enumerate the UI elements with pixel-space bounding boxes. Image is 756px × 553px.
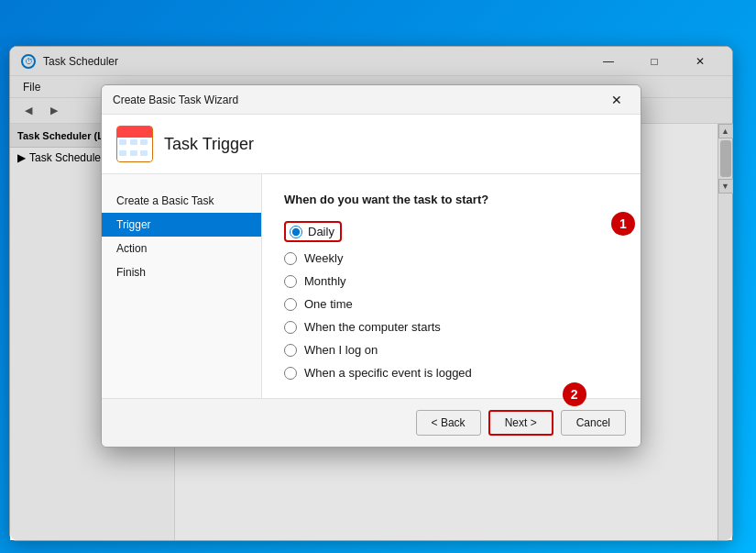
radio-item-daily[interactable]: Daily 1: [284, 221, 619, 242]
radio-onetime[interactable]: [284, 298, 297, 311]
outer-window: ⏱ Task Scheduler — □ ✕ File ◀ ▶ Task Sch…: [9, 46, 733, 541]
radio-daily[interactable]: [290, 226, 302, 238]
radio-label-logon: When I log on: [304, 343, 378, 357]
radio-group: Daily 1 Weekly Monthly: [284, 221, 619, 380]
radio-label-startup: When the computer starts: [304, 320, 441, 334]
cal-cell-3: [140, 139, 148, 145]
wizard-question: When do you want the task to start?: [284, 193, 619, 206]
radio-logon[interactable]: [284, 344, 297, 357]
radio-item-event[interactable]: When a specific event is logged: [284, 366, 619, 380]
cancel-button[interactable]: Cancel: [561, 410, 626, 436]
modal-header-icon: [116, 126, 153, 162]
cal-cell-2: [130, 139, 137, 145]
radio-label-weekly: Weekly: [304, 251, 343, 265]
wizard-nav-label-2: Action: [116, 242, 147, 255]
radio-label-monthly: Monthly: [304, 274, 346, 288]
modal-overlay: Create Basic Task Wizard ✕: [10, 47, 732, 540]
radio-label-event: When a specific event is logged: [304, 366, 472, 380]
wizard-nav: Create a Basic Task Trigger Action Finis…: [102, 174, 262, 398]
daily-highlight: Daily: [284, 221, 342, 242]
modal-title: Create Basic Task Wizard: [113, 94, 238, 106]
radio-item-monthly[interactable]: Monthly: [284, 274, 619, 288]
modal-close-button[interactable]: ✕: [604, 89, 630, 111]
cal-cell-6: [140, 150, 148, 156]
radio-item-startup[interactable]: When the computer starts: [284, 320, 619, 334]
wizard-content: When do you want the task to start? Dail…: [262, 174, 641, 398]
back-button[interactable]: < Back: [416, 410, 481, 436]
modal-header: Task Trigger: [102, 115, 641, 174]
cal-cell-5: [130, 150, 137, 156]
wizard-nav-label-1: Trigger: [116, 218, 151, 231]
wizard-nav-label-3: Finish: [116, 266, 146, 279]
modal-footer: < Back Next > 2 Cancel: [102, 398, 641, 447]
radio-label-onetime: One time: [304, 297, 353, 311]
wizard-nav-item-3[interactable]: Finish: [102, 260, 261, 284]
wizard-nav-label-0: Create a Basic Task: [116, 194, 214, 207]
calendar-top: [117, 127, 152, 138]
modal-header-title: Task Trigger: [164, 135, 254, 154]
wizard-nav-item-2[interactable]: Action: [102, 237, 261, 260]
radio-weekly[interactable]: [284, 252, 297, 265]
radio-event[interactable]: [284, 367, 297, 380]
radio-monthly[interactable]: [284, 275, 297, 288]
next-button[interactable]: Next >: [488, 410, 553, 436]
wizard-nav-item-1[interactable]: Trigger: [102, 213, 261, 237]
radio-startup[interactable]: [284, 321, 297, 334]
radio-item-weekly[interactable]: Weekly: [284, 251, 619, 265]
modal-body: Create a Basic Task Trigger Action Finis…: [102, 174, 641, 398]
radio-item-onetime[interactable]: One time: [284, 297, 619, 311]
badge-1: 1: [611, 212, 635, 236]
calendar-body: [117, 138, 152, 161]
badge-2: 2: [563, 382, 586, 406]
cal-cell-1: [119, 139, 126, 145]
wizard-modal: Create Basic Task Wizard ✕: [101, 84, 641, 448]
wizard-nav-item-0[interactable]: Create a Basic Task: [102, 189, 261, 213]
modal-titlebar: Create Basic Task Wizard ✕: [102, 85, 641, 115]
radio-label-daily: Daily: [308, 225, 334, 238]
calendar-icon: [116, 126, 153, 162]
radio-item-logon[interactable]: When I log on: [284, 343, 619, 357]
cal-cell-4: [119, 150, 126, 156]
